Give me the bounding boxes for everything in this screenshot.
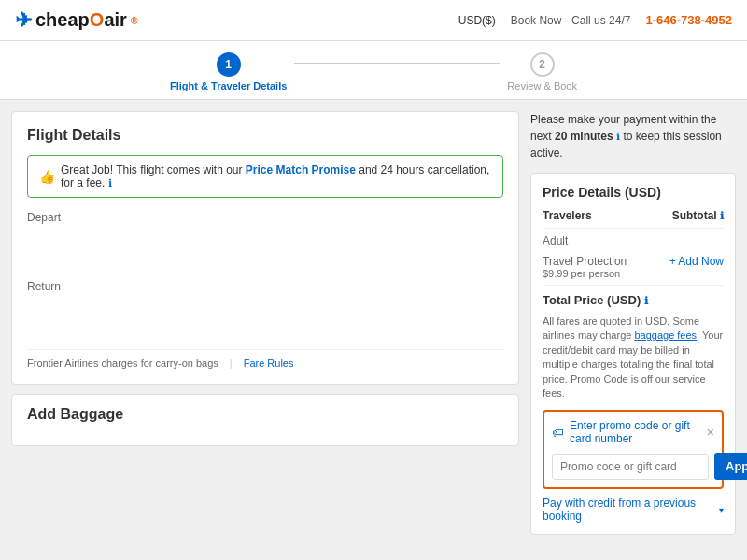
timer-text: Please make your payment within the next… (530, 111, 736, 161)
travel-protection-label: Travel Protection (543, 255, 627, 268)
info-icon-total: ℹ (644, 295, 648, 306)
promo-icon: 🏷 (552, 426, 564, 440)
travel-protection-header: Travel Protection $9.99 per person + Add… (543, 255, 724, 279)
total-price-label: Total Price (USD) ℹ (543, 293, 648, 307)
logo-plane-icon: ✈ (15, 8, 32, 33)
pay-credit-label: Pay with credit from a previous booking (543, 497, 715, 523)
promo-box: 🏷 Enter promo code or gift card number ×… (543, 410, 724, 489)
logo: ✈ cheapOair ® (15, 8, 138, 33)
progress-bar: 1 Flight & Traveler Details 2 Review & B… (0, 41, 747, 100)
add-baggage-card: Add Baggage (11, 394, 519, 446)
chevron-down-icon: ▾ (719, 505, 724, 515)
subtotal-text: Subtotal (672, 209, 717, 222)
steps-container: 1 Flight & Traveler Details 2 Review & B… (170, 52, 577, 91)
logo-cheap: cheap (35, 9, 90, 30)
baggage-fees-link[interactable]: baggage fees (634, 329, 697, 341)
price-header-row: Travelers Subtotal ℹ (543, 209, 724, 229)
adult-row: Adult (543, 234, 724, 247)
travel-protection-row: Travel Protection $9.99 per person + Add… (543, 255, 724, 279)
promo-header: 🏷 Enter promo code or gift card number × (552, 419, 714, 445)
add-baggage-title: Add Baggage (27, 406, 503, 423)
promo-input-row: Apply (552, 453, 714, 480)
flight-details-card: Flight Details 👍 Great Job! This flight … (11, 111, 519, 385)
carry-on-text: Frontier Airlines charges for carry-on b… (27, 357, 218, 369)
flight-details-title: Flight Details (27, 127, 503, 144)
total-price-row: Total Price (USD) ℹ (543, 285, 724, 307)
price-details-card: Price Details (USD) Travelers Subtotal ℹ… (530, 173, 736, 535)
book-now-text: Book Now - Call us 24/7 (511, 14, 631, 27)
step-1-circle: 1 (217, 52, 241, 77)
main-content: Flight Details 👍 Great Job! This flight … (0, 100, 747, 560)
travel-protection-price: $9.99 per person (543, 268, 627, 279)
right-panel: Please make your payment within the next… (530, 111, 736, 553)
adult-label: Adult (543, 234, 568, 247)
header: ✈ cheapOair ® USD($) Book Now - Call us … (0, 0, 747, 41)
step-2-label: Review & Book (507, 80, 577, 91)
logo-o: O (90, 9, 105, 30)
info-icon-timer: ℹ (616, 131, 620, 142)
pay-credit-link[interactable]: Pay with credit from a previous booking … (543, 497, 724, 523)
left-panel: Flight Details 👍 Great Job! This flight … (11, 111, 519, 553)
travel-protection-info: Travel Protection $9.99 per person (543, 255, 627, 279)
total-price-text: Total Price (USD) (543, 293, 641, 307)
price-match-link[interactable]: Price Match Promise (246, 163, 356, 176)
apply-button[interactable]: Apply (714, 453, 747, 480)
add-now-link[interactable]: + Add Now (669, 255, 724, 268)
promo-input[interactable] (552, 454, 709, 480)
price-match-prefix: Great Job! This flight comes with our (61, 163, 246, 176)
promo-close-button[interactable]: × (707, 425, 714, 440)
thumb-up-icon: 👍 (39, 169, 55, 184)
price-details-title: Price Details (USD) (543, 185, 724, 200)
fares-note: All fares are quoted in USD. Some airlin… (543, 315, 724, 400)
step-1: 1 Flight & Traveler Details (170, 52, 287, 91)
logo-air: air (104, 9, 126, 30)
fare-rules-link[interactable]: Fare Rules (244, 357, 294, 369)
price-match-text: Great Job! This flight comes with our Pr… (61, 163, 491, 189)
phone-number: 1-646-738-4952 (645, 13, 732, 27)
travelers-label: Travelers (543, 209, 592, 222)
depart-label: Depart (27, 211, 503, 224)
currency-button[interactable]: USD($) (458, 14, 496, 27)
logo-text: cheapOair (35, 9, 127, 31)
step-1-label: Flight & Traveler Details (170, 80, 287, 91)
subtotal-label: Subtotal ℹ (672, 209, 724, 222)
step-line (294, 63, 500, 64)
header-right: USD($) Book Now - Call us 24/7 1-646-738… (458, 13, 732, 27)
fare-rules-bar: Frontier Airlines charges for carry-on b… (27, 349, 503, 369)
promo-header-left: 🏷 Enter promo code or gift card number (552, 419, 707, 445)
step-2: 2 Review & Book (507, 52, 577, 91)
logo-registered: ® (131, 15, 138, 26)
info-icon-banner: ℹ (108, 177, 112, 189)
price-match-banner: 👍 Great Job! This flight comes with our … (27, 155, 503, 198)
step-2-circle: 2 (530, 52, 555, 77)
separator: | (230, 357, 233, 369)
return-label: Return (27, 280, 503, 293)
info-icon-subtotal: ℹ (720, 210, 724, 221)
promo-header-text: Enter promo code or gift card number (570, 419, 707, 445)
